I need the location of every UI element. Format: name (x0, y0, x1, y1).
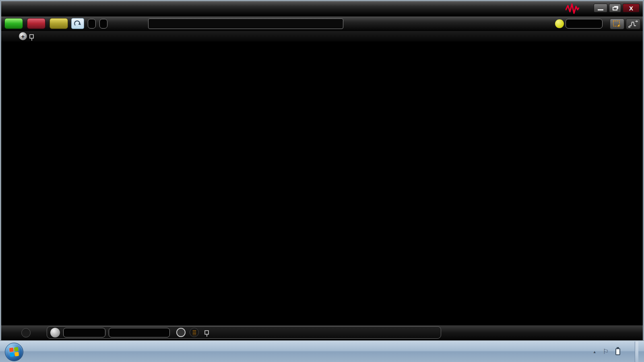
keysight-logo (566, 3, 582, 15)
pin-icon[interactable] (29, 34, 34, 39)
oscilloscope-window: X (0, 0, 644, 341)
show-desktop-button[interactable] (635, 341, 638, 362)
acquisition-preview[interactable] (148, 19, 343, 29)
region-select-button[interactable] (610, 19, 624, 29)
battery-icon[interactable] (615, 348, 620, 355)
horizontal-bar (1, 325, 643, 340)
pin-icon[interactable] (204, 330, 209, 335)
segment-dots-icon (192, 330, 197, 335)
sample-rate-field[interactable] (88, 19, 96, 29)
system-tray: ▲ ⚐ (593, 341, 638, 362)
menu-bar: X (1, 1, 643, 16)
memory-depth-field[interactable] (99, 19, 107, 29)
start-button[interactable] (5, 343, 23, 361)
expand-button[interactable] (21, 328, 31, 337)
touch-arrow-icon (74, 20, 81, 27)
menu-items (1, 6, 5, 16)
single-button[interactable] (50, 18, 68, 29)
toolbar (1, 16, 643, 31)
stop-button[interactable] (27, 18, 45, 29)
zoom-button[interactable] (176, 328, 186, 337)
hidden-icons-button[interactable]: ▲ (593, 350, 597, 354)
minimize-icon (598, 9, 603, 10)
left-sidebar (1, 42, 16, 325)
close-button[interactable]: X (623, 4, 640, 12)
timebase-controls (47, 326, 441, 339)
run-button[interactable] (4, 18, 23, 29)
segment-button[interactable] (190, 328, 199, 337)
maximize-button[interactable] (609, 4, 621, 12)
trigger-source-badge[interactable] (555, 19, 564, 28)
trigger-level-field[interactable] (566, 19, 603, 29)
windows-logo-icon (9, 347, 19, 356)
add-waveform-button[interactable]: + (19, 32, 27, 40)
channel-bar: + (1, 31, 643, 42)
minimize-button[interactable] (594, 4, 607, 12)
action-center-flag-icon[interactable]: ⚐ (603, 348, 609, 356)
windows-taskbar: ▲ ⚐ (0, 341, 644, 362)
waveform-fit-button[interactable] (626, 19, 640, 29)
timebase-field[interactable] (63, 328, 105, 337)
waveform-fit-icon (628, 20, 638, 28)
position-field[interactable] (109, 328, 170, 337)
close-icon: X (629, 5, 633, 12)
region-select-icon (613, 20, 621, 28)
acquisition-preview-extension (345, 19, 551, 29)
touch-button[interactable] (71, 18, 84, 29)
keysight-spark-icon (566, 3, 579, 15)
maximize-icon (613, 7, 617, 10)
horizontal-badge[interactable] (50, 328, 60, 337)
main-area (1, 42, 643, 325)
plot-grid (16, 42, 643, 325)
